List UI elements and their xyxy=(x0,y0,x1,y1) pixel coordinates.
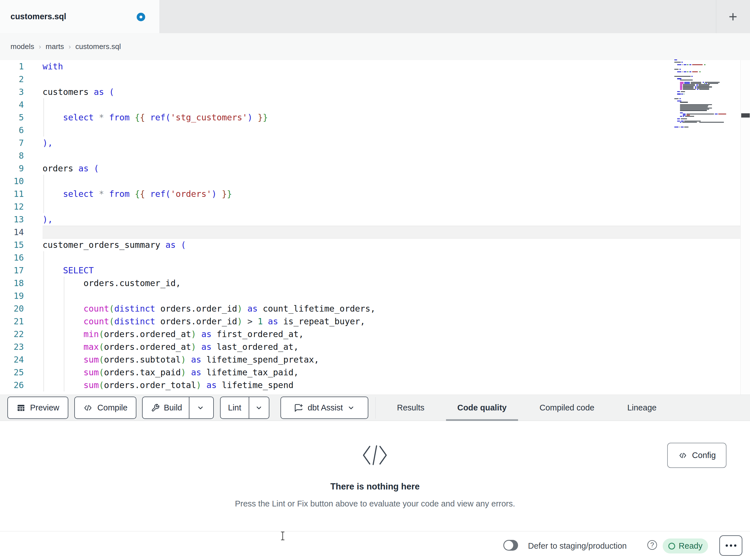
code-line: 17 SELECT xyxy=(0,264,741,277)
breadcrumb-marts[interactable]: marts xyxy=(46,42,64,51)
lint-button-label: Lint xyxy=(228,403,241,412)
line-number: 2 xyxy=(0,73,24,86)
empty-state-subtitle: Press the Lint or Fix button above to ev… xyxy=(0,499,750,509)
line-number: 6 xyxy=(0,124,24,137)
config-button[interactable]: Config xyxy=(667,443,727,468)
line-number: 5 xyxy=(0,111,24,124)
plus-icon: + xyxy=(729,8,737,25)
tab-compiled-code[interactable]: Compiled code xyxy=(528,395,606,421)
dbt-assist-button[interactable]: dbt Assist xyxy=(280,397,368,419)
breadcrumb-row: models › marts › customers.sql Save xyxy=(0,33,750,60)
line-number: 12 xyxy=(0,200,24,213)
code-line: 14 xyxy=(0,226,741,238)
code-line: 11 select * from {{ ref('orders') }} xyxy=(0,188,741,200)
code-line: 13), xyxy=(0,213,741,226)
code-line: 12 xyxy=(0,200,741,213)
tab-bar: customers.sql + xyxy=(0,0,750,34)
code-icon xyxy=(83,403,93,412)
build-button-group: Build xyxy=(142,397,214,419)
line-number: 16 xyxy=(0,251,24,264)
chevron-down-icon xyxy=(255,404,262,412)
code-line: 8 xyxy=(0,149,741,162)
chevron-right-icon: › xyxy=(39,43,41,51)
ide-window: customers.sql + models › marts › custome… xyxy=(0,0,750,560)
tab-code-quality[interactable]: Code quality xyxy=(446,395,518,421)
table-icon xyxy=(17,403,25,412)
assist-chat-icon xyxy=(294,403,303,412)
line-number: 4 xyxy=(0,98,24,111)
editor-scrollbar[interactable] xyxy=(741,60,750,395)
line-number: 25 xyxy=(0,366,24,379)
empty-state-title: There is nothing here xyxy=(0,481,750,492)
build-dropdown-button[interactable] xyxy=(190,404,212,412)
code-line: 15customer_orders_summary as ( xyxy=(0,238,741,251)
line-number: 26 xyxy=(0,379,24,392)
code-line: 16 xyxy=(0,251,741,264)
line-number: 15 xyxy=(0,238,24,251)
code-line: 19 xyxy=(0,290,741,302)
line-number: 19 xyxy=(0,290,24,302)
build-button-label: Build xyxy=(164,403,182,412)
chevron-right-icon: › xyxy=(68,43,71,51)
line-number: 18 xyxy=(0,277,24,290)
code-line: 5 select * from {{ ref('stg_customers') … xyxy=(0,111,741,124)
code-line: 10 xyxy=(0,175,741,188)
build-button[interactable]: Build xyxy=(144,403,189,412)
code-line: 24 sum(orders.subtotal) as lifetime_spen… xyxy=(0,353,741,366)
config-button-label: Config xyxy=(692,451,716,460)
chevron-down-icon xyxy=(197,404,204,412)
text-cursor xyxy=(280,532,285,540)
line-number: 7 xyxy=(0,137,24,149)
line-number: 20 xyxy=(0,302,24,315)
code-line: 18 orders.customer_id, xyxy=(0,277,741,290)
code-line: 22 min(orders.ordered_at) as first_order… xyxy=(0,328,741,340)
preview-button[interactable]: Preview xyxy=(7,397,68,419)
line-number: 8 xyxy=(0,149,24,162)
result-tabs: Results Code quality Compiled code Linea… xyxy=(386,395,668,421)
code-line: 23 max(orders.ordered_at) as last_ordere… xyxy=(0,340,741,353)
code-line: 26 sum(orders.order_total) as lifetime_s… xyxy=(0,379,741,392)
code-line: 2 xyxy=(0,73,741,86)
chevron-down-icon xyxy=(347,404,355,412)
defer-toggle[interactable] xyxy=(503,540,518,551)
code-editor[interactable]: 1with23customers as (45 select * from {{… xyxy=(0,60,750,395)
dbt-assist-label: dbt Assist xyxy=(308,403,343,412)
breadcrumb: models › marts › customers.sql xyxy=(11,33,121,60)
code-line: 9orders as ( xyxy=(0,162,741,175)
line-number: 22 xyxy=(0,328,24,340)
breadcrumb-file: customers.sql xyxy=(75,42,121,51)
tab-lineage[interactable]: Lineage xyxy=(616,395,668,421)
code-line: 21 count(distinct orders.order_id) > 1 a… xyxy=(0,315,741,328)
line-number: 10 xyxy=(0,175,24,188)
more-options-button[interactable] xyxy=(719,535,742,556)
code-quality-panel xyxy=(0,421,750,531)
defer-label: Defer to staging/production xyxy=(528,541,627,551)
code-line: 4 xyxy=(0,98,741,111)
ready-status-badge: Ready xyxy=(663,538,708,554)
help-icon[interactable]: ? xyxy=(647,540,657,550)
lint-button[interactable]: Lint xyxy=(221,403,249,412)
line-number: 1 xyxy=(0,60,24,73)
breadcrumb-models[interactable]: models xyxy=(11,42,34,51)
lint-dropdown-button[interactable] xyxy=(249,404,269,412)
new-tab-button[interactable]: + xyxy=(722,6,744,28)
toolbar-divider xyxy=(375,397,376,419)
file-tab-title: customers.sql xyxy=(11,12,66,21)
scrollbar-thumb[interactable] xyxy=(741,113,750,118)
status-circle-icon xyxy=(668,543,675,549)
minimap[interactable] xyxy=(674,60,740,128)
preview-button-label: Preview xyxy=(30,403,59,412)
line-number: 13 xyxy=(0,213,24,226)
line-number: 14 xyxy=(0,226,24,238)
code-icon xyxy=(678,452,688,459)
line-number: 9 xyxy=(0,162,24,175)
compile-button[interactable]: Compile xyxy=(74,397,136,419)
line-number: 11 xyxy=(0,188,24,200)
line-number: 21 xyxy=(0,315,24,328)
tab-results[interactable]: Results xyxy=(386,395,436,421)
lint-button-group: Lint xyxy=(220,397,269,419)
status-bar xyxy=(0,531,750,560)
line-number: 24 xyxy=(0,353,24,366)
ellipsis-icon xyxy=(726,544,728,547)
file-tab-customers-sql[interactable]: customers.sql xyxy=(0,0,159,33)
